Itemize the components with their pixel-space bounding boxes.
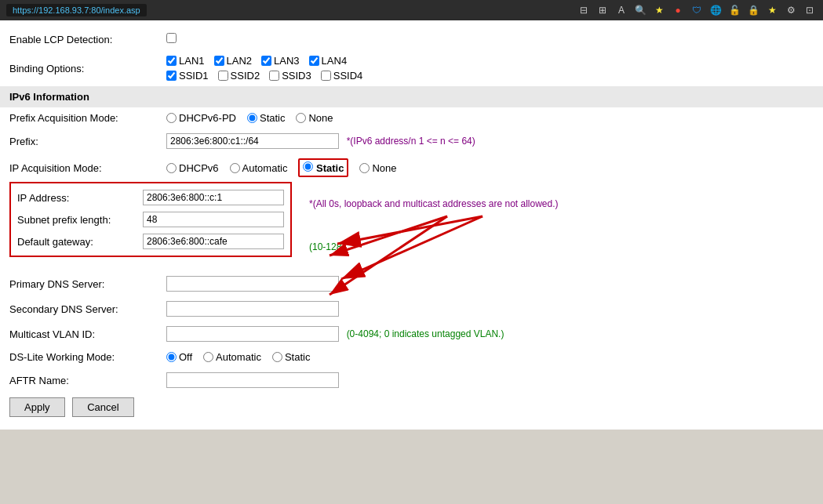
prefix-mode-row: Prefix Acquisition Mode: DHCPv6-PD Stati…	[0, 107, 823, 129]
primary-dns-label: Primary DNS Server:	[0, 271, 157, 296]
ipv6-header-row: IPv6 Information	[0, 86, 823, 107]
subnet-row: Subnet prefix length:	[17, 208, 284, 230]
dslite-auto-radio[interactable]	[203, 352, 213, 362]
static-ip-radio[interactable]	[303, 161, 313, 172]
multicast-label: Multicast VLAN ID:	[0, 321, 157, 346]
ip-acq-radio-group: DHCPv6 Automatic Static None	[166, 158, 814, 177]
lan3-label: LAN3	[274, 55, 300, 67]
automatic-radio-item: Automatic	[230, 162, 288, 174]
ip-address-hint: *(All 0s, loopback and multicast address…	[309, 198, 559, 209]
secondary-dns-input[interactable]	[166, 301, 339, 317]
lan2-checkbox[interactable]	[214, 56, 224, 66]
ssid4-checkbox[interactable]	[321, 71, 331, 81]
shield-icon: 🛡	[690, 3, 704, 17]
star-icon: ★	[652, 3, 666, 17]
none-prefix-radio[interactable]	[296, 113, 306, 123]
static-ip-label: Static	[316, 162, 344, 174]
lan4-item: LAN4	[309, 55, 348, 67]
dslite-static-item: Static	[272, 351, 311, 363]
static-prefix-radio-item: Static	[247, 112, 286, 124]
automatic-radio[interactable]	[230, 163, 240, 173]
cancel-button[interactable]: Cancel	[72, 397, 133, 417]
prefix-mode-label: Prefix Acquisition Mode:	[0, 107, 157, 129]
dot-icon: ●	[671, 3, 685, 17]
dslite-static-radio[interactable]	[272, 352, 282, 362]
static-prefix-label: Static	[260, 112, 286, 124]
ssid2-label: SSID2	[231, 70, 260, 82]
ssid3-item: SSID3	[269, 70, 311, 82]
static-prefix-radio[interactable]	[247, 113, 257, 123]
lcp-checkbox[interactable]	[166, 33, 177, 43]
dslite-off-radio[interactable]	[166, 352, 177, 362]
binding-options-value: LAN1 LAN2 LAN3 LAN4	[157, 50, 823, 86]
gateway-label: Default gateway:	[17, 236, 143, 248]
dhcpv6-radio[interactable]	[166, 163, 177, 173]
url-bar[interactable]: https://192.168.93.7:80/index.asp	[6, 4, 147, 16]
ssid1-checkbox[interactable]	[166, 71, 177, 81]
dhcpv6pd-label: DHCPv6-PD	[179, 112, 236, 124]
dslite-off-label: Off	[179, 351, 192, 363]
dhcpv6-label: DHCPv6	[179, 162, 219, 174]
ssid2-checkbox[interactable]	[218, 71, 228, 81]
form-table: Enable LCP Detection: Binding Options: L…	[0, 28, 823, 422]
page-content: Enable LCP Detection: Binding Options: L…	[0, 20, 823, 430]
ip-acq-row: IP Acquisition Mode: DHCPv6 Automatic St…	[0, 154, 823, 182]
tab-icon: ⊟	[577, 3, 591, 17]
lan3-checkbox[interactable]	[261, 56, 271, 66]
subnet-label: Subnet prefix length:	[17, 214, 143, 226]
fav-icon: ★	[765, 3, 779, 17]
prefix-mode-radio-group: DHCPv6-PD Static None	[166, 112, 814, 124]
primary-dns-row: Primary DNS Server:	[0, 271, 823, 296]
ip-fields-row: IP Address: Subnet prefix length: Defaul…	[0, 182, 823, 271]
dhcpv6-radio-item: DHCPv6	[166, 162, 219, 174]
gateway-input[interactable]	[143, 234, 284, 249]
lan1-item: LAN1	[166, 55, 205, 67]
dhcpv6pd-radio[interactable]	[166, 113, 177, 123]
ssid4-label: SSID4	[333, 70, 363, 82]
multicast-input[interactable]	[166, 326, 339, 342]
lan1-checkbox[interactable]	[166, 56, 177, 66]
ipv6-section-header: IPv6 Information	[0, 86, 823, 107]
none-ip-radio[interactable]	[359, 163, 370, 173]
search-icon: 🔍	[633, 3, 647, 17]
hints-panel: *(All 0s, loopback and multicast address…	[304, 182, 559, 268]
lan-checkbox-group: LAN1 LAN2 LAN3 LAN4	[166, 55, 814, 67]
ssid3-checkbox[interactable]	[269, 71, 279, 81]
aftr-label: AFTR Name:	[0, 368, 157, 393]
none-ip-label: None	[372, 162, 396, 174]
binding-options-row: Binding Options: LAN1 LAN2 LAN3	[0, 50, 823, 86]
button-cell: Apply Cancel	[0, 393, 823, 422]
lcp-value-cell	[157, 28, 823, 50]
dslite-auto-label: Automatic	[216, 351, 261, 363]
lan4-checkbox[interactable]	[309, 56, 319, 66]
binding-options-label: Binding Options:	[0, 50, 157, 86]
dslite-radio-group: Off Automatic Static	[166, 351, 814, 363]
dslite-auto-item: Automatic	[203, 351, 261, 363]
ip-address-label: IP Address:	[17, 192, 143, 204]
ssid4-item: SSID4	[321, 70, 363, 82]
aftr-value	[157, 368, 823, 393]
prefix-row: Prefix: 2806:3e6:800:c1::/64 *(IPv6 addr…	[0, 129, 823, 154]
ssid-checkbox-group: SSID1 SSID2 SSID3 SSID4	[166, 70, 814, 82]
apply-button[interactable]: Apply	[9, 397, 65, 417]
ext-icon: ⊡	[803, 3, 817, 17]
ip-address-input[interactable]	[143, 190, 284, 205]
multicast-hint: (0-4094; 0 indicates untagged VLAN.)	[347, 328, 504, 339]
aftr-input[interactable]	[166, 372, 339, 388]
browser-bar: https://192.168.93.7:80/index.asp ⊟ ⊞ A …	[0, 0, 823, 20]
prefix-input[interactable]: 2806:3e6:800:c1::/64	[166, 133, 339, 149]
lock-open-icon: 🔓	[727, 3, 741, 17]
lock-icon: 🔒	[746, 3, 760, 17]
prefix-hint: *(IPv6 address/n 1 <= n <= 64)	[347, 136, 475, 147]
subnet-input[interactable]	[143, 212, 284, 227]
static-ip-radio-item: Static	[298, 158, 348, 177]
secondary-dns-value	[157, 296, 823, 321]
multicast-row: Multicast VLAN ID: (0-4094; 0 indicates …	[0, 321, 823, 346]
subnet-hint: (10-128)	[309, 241, 559, 252]
prefix-label: Prefix:	[0, 129, 157, 154]
gateway-row: Default gateway:	[17, 230, 284, 252]
lan3-item: LAN3	[261, 55, 300, 67]
primary-dns-input[interactable]	[166, 276, 339, 292]
ip-address-row: IP Address:	[17, 187, 284, 208]
ssid1-item: SSID1	[166, 70, 209, 82]
